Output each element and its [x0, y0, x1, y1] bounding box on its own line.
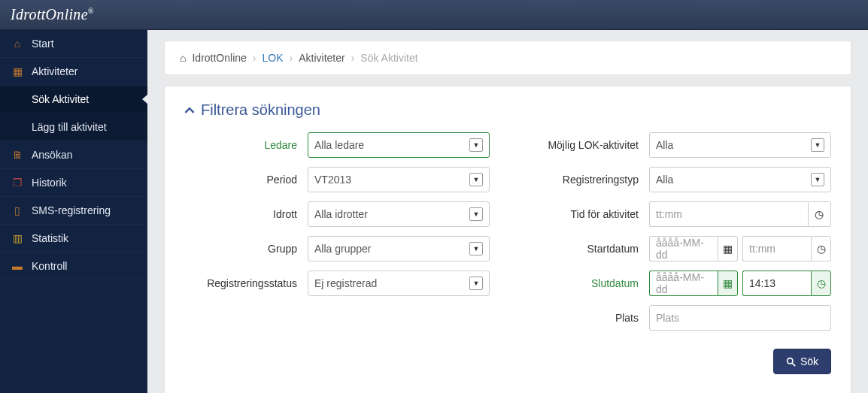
slutdatum-time-input[interactable]: 14:13: [742, 271, 811, 296]
phone-icon: ▯: [12, 204, 23, 216]
startdatum-calendar-button[interactable]: ▦: [718, 236, 738, 261]
sidebar-item-statistik[interactable]: ▥Statistik: [0, 225, 147, 252]
copy-icon: ❐: [12, 177, 23, 189]
filter-toggle[interactable]: Filtrera sökningen: [184, 101, 831, 119]
slutdatum-date-input[interactable]: åååå-MM-dd: [649, 271, 718, 296]
breadcrumb-lok[interactable]: LOK: [263, 52, 284, 64]
chevron-down-icon: ▼: [469, 207, 483, 221]
startdatum-label: Startdatum: [526, 243, 639, 255]
svg-point-0: [788, 358, 793, 363]
breadcrumb-panel: ⌂ IdrottOnline › LOK › Aktiviteter › Sök…: [164, 41, 851, 75]
period-label: Period: [184, 174, 297, 186]
startdatum-clock-button[interactable]: ◷: [811, 236, 831, 261]
sidebar-item-ansokan[interactable]: 🗎Ansökan: [0, 141, 147, 169]
plats-input[interactable]: Plats: [649, 305, 831, 331]
chart-icon: ▥: [12, 232, 23, 244]
idrott-select[interactable]: Alla idrotter ▼: [308, 201, 490, 227]
home-icon: ⌂: [180, 52, 186, 64]
logo: IdrottOnline®: [11, 6, 94, 23]
mojlig-label: Möjlig LOK-aktivitet: [526, 139, 639, 151]
sidebar-item-sok-aktivitet[interactable]: Sök Aktivitet: [0, 86, 147, 113]
breadcrumb-current: Sök Aktivitet: [360, 52, 417, 64]
ledare-select[interactable]: Alla ledare ▼: [308, 132, 490, 158]
ledare-label: Ledare: [184, 139, 297, 151]
grupp-select[interactable]: Alla grupper ▼: [308, 236, 490, 261]
book-icon: ▬: [12, 260, 23, 272]
regstatus-select[interactable]: Ej registrerad ▼: [308, 271, 490, 296]
calendar-icon: ▦: [12, 65, 23, 77]
period-select[interactable]: VT2013 ▼: [308, 167, 490, 192]
topbar: IdrottOnline®: [0, 0, 868, 30]
plats-label: Plats: [526, 312, 639, 324]
main-content: ⌂ IdrottOnline › LOK › Aktiviteter › Sök…: [147, 30, 868, 393]
slutdatum-clock-button[interactable]: ◷: [811, 271, 831, 296]
clock-icon: ◷: [817, 277, 826, 289]
sidebar-item-historik[interactable]: ❐Historik: [0, 169, 147, 197]
chevron-up-icon: [184, 105, 195, 116]
tid-input[interactable]: tt:mm: [649, 201, 808, 227]
startdatum-time-input[interactable]: tt:mm: [742, 236, 811, 261]
breadcrumb-aktiviteter[interactable]: Aktiviteter: [299, 52, 344, 64]
sidebar-item-kontroll[interactable]: ▬Kontroll: [0, 252, 147, 280]
filter-panel: Filtrera sökningen Ledare Alla ledare ▼: [164, 86, 851, 393]
chevron-down-icon: ▼: [469, 242, 483, 255]
svg-line-1: [792, 363, 795, 366]
breadcrumb: ⌂ IdrottOnline › LOK › Aktiviteter › Sök…: [180, 52, 836, 64]
chevron-down-icon: ▼: [469, 277, 483, 290]
search-button[interactable]: Sök: [773, 349, 831, 374]
sidebar: ⌂Start ▦Aktiviteter Sök Aktivitet Lägg t…: [0, 30, 147, 393]
breadcrumb-home[interactable]: IdrottOnline: [192, 52, 246, 64]
tid-clock-button[interactable]: ◷: [808, 201, 831, 227]
chevron-down-icon: ▼: [469, 173, 483, 186]
tid-label: Tid för aktivitet: [526, 208, 639, 220]
sidebar-item-sms-registrering[interactable]: ▯SMS-registrering: [0, 197, 147, 225]
chevron-down-icon: ▼: [469, 138, 483, 152]
sidebar-item-aktiviteter[interactable]: ▦Aktiviteter: [0, 58, 147, 86]
regtyp-select[interactable]: Alla ▼: [649, 167, 831, 192]
grupp-label: Grupp: [184, 243, 297, 255]
sidebar-item-start[interactable]: ⌂Start: [0, 30, 147, 58]
file-icon: 🗎: [12, 149, 23, 161]
slutdatum-calendar-button[interactable]: ▦: [718, 271, 738, 296]
clock-icon: ◷: [815, 208, 824, 220]
slutdatum-label: Slutdatum: [526, 277, 639, 289]
regtyp-label: Registreringstyp: [526, 174, 639, 186]
idrott-label: Idrott: [184, 208, 297, 220]
sidebar-item-lagg-till-aktivitet[interactable]: Lägg till aktivitet: [0, 113, 147, 141]
home-icon: ⌂: [12, 38, 23, 50]
clock-icon: ◷: [817, 243, 826, 255]
startdatum-date-input[interactable]: åååå-MM-dd: [649, 236, 718, 261]
regstatus-label: Registreringsstatus: [184, 277, 297, 289]
search-icon: [786, 357, 796, 367]
mojlig-select[interactable]: Alla ▼: [649, 132, 831, 158]
calendar-icon: ▦: [723, 277, 733, 289]
chevron-down-icon: ▼: [811, 173, 824, 186]
chevron-down-icon: ▼: [811, 138, 824, 152]
calendar-icon: ▦: [723, 243, 733, 255]
